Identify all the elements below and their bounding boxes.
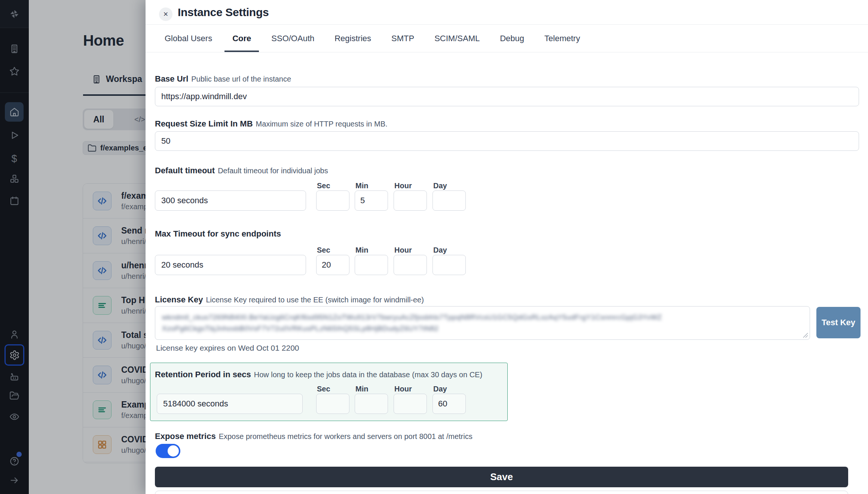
unit-label-day: Day bbox=[433, 385, 447, 393]
retention-input[interactable] bbox=[157, 394, 303, 414]
settings-tabs: Global Users Core SSO/OAuth Registries S… bbox=[146, 25, 868, 52]
field-label: Base Url bbox=[155, 74, 188, 83]
save-button[interactable]: Save bbox=[155, 467, 848, 487]
max-timeout-input[interactable] bbox=[155, 255, 306, 275]
test-key-button[interactable]: Test Key bbox=[816, 307, 861, 338]
license-expiry-note: License key expires on Wed Oct 01 2200 bbox=[156, 344, 299, 353]
field-label: Request Size Limit In MB bbox=[155, 119, 253, 128]
field-description: How long to keep the jobs data in the da… bbox=[254, 370, 482, 379]
default-timeout-hour-input[interactable] bbox=[394, 190, 427, 211]
unit-label-min: Min bbox=[355, 385, 368, 393]
field-description: Maximum size of HTTP requests in MB. bbox=[256, 120, 388, 128]
unit-label-min: Min bbox=[355, 182, 368, 190]
base-url-label-row: Base UrlPublic base url of the instance bbox=[155, 74, 859, 84]
retention-label-row: Retention Period in secsHow long to keep… bbox=[155, 370, 859, 379]
toggle-knob bbox=[168, 445, 179, 457]
unit-label-sec: Sec bbox=[317, 182, 330, 190]
retention-hour-input[interactable] bbox=[394, 394, 427, 414]
retention-sec-input[interactable] bbox=[316, 394, 349, 414]
modal-header: × Instance Settings bbox=[146, 0, 868, 25]
tab-smtp[interactable]: SMTP bbox=[383, 25, 422, 52]
expose-metrics-label-row: Expose metricsExpose prometheus metrics … bbox=[155, 432, 859, 441]
field-description: License Key required to use the EE (swit… bbox=[206, 296, 424, 304]
max-timeout-label-row: Max Timeout for sync endpoints bbox=[155, 229, 859, 239]
field-label: Default timeout bbox=[155, 166, 215, 175]
unit-label-hour: Hour bbox=[394, 385, 412, 393]
unit-label-min: Min bbox=[355, 246, 368, 254]
tab-registries[interactable]: Registries bbox=[327, 25, 379, 52]
default-timeout-min-input[interactable] bbox=[355, 190, 388, 211]
field-description: Public base url of the instance bbox=[191, 75, 291, 83]
close-icon[interactable]: × bbox=[159, 7, 172, 21]
tab-scim-saml[interactable]: SCIM/SAML bbox=[427, 25, 488, 52]
instance-settings-modal: × Instance Settings Global Users Core SS… bbox=[146, 0, 868, 494]
modal-title: Instance Settings bbox=[178, 6, 269, 19]
unit-label-day: Day bbox=[433, 246, 447, 254]
resize-handle-icon[interactable] bbox=[803, 333, 808, 338]
max-timeout-day-input[interactable] bbox=[433, 255, 466, 275]
retention-min-input[interactable] bbox=[355, 394, 388, 414]
unit-label-sec: Sec bbox=[317, 246, 330, 254]
default-timeout-label-row: Default timeoutDefault timeout for indiv… bbox=[155, 166, 859, 176]
unit-label-sec: Sec bbox=[317, 385, 330, 393]
field-description: Expose prometheus metrics for workers an… bbox=[219, 432, 473, 440]
request-size-input[interactable] bbox=[155, 131, 859, 151]
field-label: Expose metrics bbox=[155, 432, 216, 441]
modal-backdrop[interactable] bbox=[0, 0, 146, 494]
default-timeout-sec-input[interactable] bbox=[316, 190, 349, 211]
expose-metrics-toggle[interactable] bbox=[156, 444, 180, 458]
base-url-input[interactable] bbox=[155, 87, 859, 106]
license-key-label-row: License KeyLicense Key required to use t… bbox=[155, 295, 859, 305]
tab-telemetry[interactable]: Telemetry bbox=[537, 25, 588, 52]
field-description: Default timeout for individual jobs bbox=[218, 167, 328, 175]
license-key-masked-line: wkndmll_ckus7269N8400.BeYaUzg6CrqKf6sd95… bbox=[162, 312, 803, 323]
screen: Home Workspa All </> Sc f/examples_e f/e… bbox=[0, 0, 868, 494]
next-section-peek bbox=[155, 491, 848, 494]
request-size-label-row: Request Size Limit In MBMaximum size of … bbox=[155, 119, 859, 129]
unit-label-day: Day bbox=[433, 182, 447, 190]
max-timeout-sec-input[interactable] bbox=[316, 255, 349, 275]
license-key-masked-line: XzoPg6CkgsTbjJnhosbB0VsF7V72u0VRKusPLzN6… bbox=[162, 323, 803, 334]
tab-sso-oauth[interactable]: SSO/OAuth bbox=[263, 25, 322, 52]
tab-debug[interactable]: Debug bbox=[492, 25, 532, 52]
tab-global-users[interactable]: Global Users bbox=[157, 25, 220, 52]
license-key-textarea[interactable]: wkndmll_ckus7269N8400.BeYaUzg6CrqKf6sd95… bbox=[155, 306, 810, 340]
field-label: Max Timeout for sync endpoints bbox=[155, 229, 281, 238]
max-timeout-min-input[interactable] bbox=[355, 255, 388, 275]
field-label: License Key bbox=[155, 295, 203, 304]
field-label: Retention Period in secs bbox=[155, 370, 251, 379]
default-timeout-day-input[interactable] bbox=[433, 190, 466, 211]
unit-label-hour: Hour bbox=[394, 182, 412, 190]
unit-label-hour: Hour bbox=[394, 246, 412, 254]
max-timeout-hour-input[interactable] bbox=[394, 255, 427, 275]
tab-core[interactable]: Core bbox=[224, 25, 259, 52]
retention-day-input[interactable] bbox=[433, 394, 466, 414]
default-timeout-input[interactable] bbox=[155, 190, 306, 211]
